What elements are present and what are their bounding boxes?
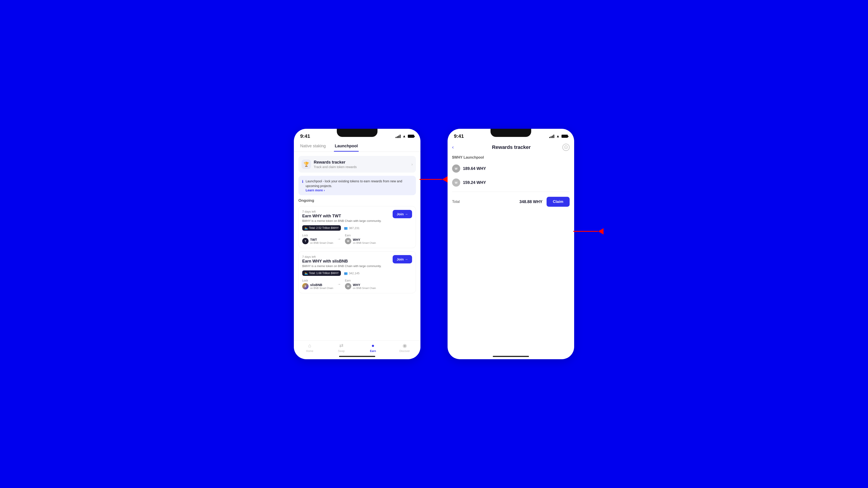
reward-row-1: W 189.64 WHY bbox=[452, 163, 569, 174]
pool-card-2-header: 7 days left Earn WHY with slisBNB $WHY i… bbox=[302, 255, 412, 268]
pool-1-title: Earn WHY with TWT bbox=[302, 214, 381, 219]
pool-1-days: 7 days left bbox=[302, 210, 381, 213]
pool-2-join-button[interactable]: Join → bbox=[393, 255, 412, 263]
claim-button[interactable]: Claim bbox=[547, 197, 569, 207]
phones-wrapper: 9:41 ▲ Native staking bbox=[294, 129, 574, 359]
pool-1-badge: 🏊 Total: 2.52 Trillion $WHY bbox=[302, 225, 341, 231]
total-amount: 348.88 WHY bbox=[520, 199, 542, 204]
signal-icon-2 bbox=[549, 134, 554, 138]
status-time-2: 9:41 bbox=[454, 133, 464, 139]
nav-discover[interactable]: ◉ Discover bbox=[389, 343, 421, 353]
ongoing-label: Ongoing bbox=[298, 198, 416, 203]
phone1-content: Native staking Launchpool 🏆 Rewards bbox=[294, 140, 421, 359]
nav-earn-label: Earn bbox=[370, 350, 376, 353]
rewards-card-text: Rewards tracker Track and claim token re… bbox=[314, 160, 409, 169]
earn-nav-icon: ● bbox=[371, 343, 374, 349]
slisbnb-icon: S bbox=[302, 283, 309, 289]
phone1: 9:41 ▲ Native staking bbox=[294, 129, 421, 359]
info-button[interactable]: ⓘ bbox=[562, 144, 569, 151]
pool-1-join-button[interactable]: Join → bbox=[393, 210, 412, 218]
bottom-nav: ⌂ Home ⇄ Swap ● Earn ◉ Discover bbox=[294, 340, 421, 355]
wifi-icon: ▲ bbox=[402, 134, 406, 138]
pool-card-1: 7 days left Earn WHY with TWT $WHY is a … bbox=[298, 206, 416, 248]
pool-2-tokens: Lock S slisBNB on BNB Smart Chain → bbox=[302, 279, 412, 289]
phone1-wrapper: 9:41 ▲ Native staking bbox=[294, 129, 421, 359]
twt-icon: T bbox=[302, 238, 309, 244]
reward-row-2: W 159.24 WHY bbox=[452, 177, 569, 188]
nav-earn[interactable]: ● Earn bbox=[357, 343, 389, 353]
rewards-card-title: Rewards tracker bbox=[314, 160, 409, 165]
phone2: 9:41 ▲ ‹ Rewards tracker ⓘ bbox=[447, 129, 574, 359]
discover-nav-icon: ◉ bbox=[403, 343, 407, 349]
why-slis-icon: W bbox=[345, 283, 351, 289]
back-button[interactable]: ‹ bbox=[452, 144, 460, 150]
pool-2-participants: 👥 342,145 bbox=[344, 271, 360, 275]
battery-icon-2 bbox=[561, 135, 568, 138]
total-label: Total bbox=[452, 200, 460, 204]
signal-icon bbox=[396, 134, 401, 138]
nav-swap[interactable]: ⇄ Swap bbox=[326, 343, 357, 353]
why-twt-icon: W bbox=[345, 238, 351, 244]
pool-1-desc: $WHY is a meme token on BNB Chain with l… bbox=[302, 219, 381, 223]
home-nav-icon: ⌂ bbox=[308, 343, 311, 349]
pool-2-badge: 🏊 Total: 1.68 Trillion $WHY bbox=[302, 270, 341, 276]
detail-scroll: $WHY Launchpool W 189.64 WHY W 159.24 WH… bbox=[447, 153, 574, 355]
reward-amount-1: 189.64 WHY bbox=[463, 166, 486, 171]
wifi-icon-2: ▲ bbox=[556, 134, 560, 138]
status-icons-1: ▲ bbox=[396, 134, 414, 138]
status-time-1: 9:41 bbox=[300, 133, 310, 139]
divider bbox=[452, 192, 569, 192]
nav-discover-label: Discover bbox=[399, 350, 410, 353]
nav-home[interactable]: ⌂ Home bbox=[294, 343, 326, 353]
rewards-tracker-card[interactable]: 🏆 Rewards tracker Track and claim token … bbox=[298, 156, 416, 173]
tab-bar: Native staking Launchpool bbox=[294, 140, 421, 152]
detail-header: ‹ Rewards tracker ⓘ bbox=[447, 140, 574, 153]
chevron-right-icon: › bbox=[411, 162, 413, 167]
home-indicator-1 bbox=[339, 356, 375, 357]
tab-launchpool[interactable]: Launchpool bbox=[334, 140, 359, 152]
pool-1-stats: 🏊 Total: 2.52 Trillion $WHY 👥 387,231 bbox=[302, 225, 412, 231]
arrow-right-icon-2: → bbox=[337, 282, 341, 286]
info-icon: ℹ bbox=[302, 180, 303, 184]
pool-1-participants: 👥 387,231 bbox=[344, 226, 360, 230]
phone2-wrapper: 9:41 ▲ ‹ Rewards tracker ⓘ bbox=[447, 129, 574, 359]
battery-icon bbox=[408, 135, 414, 138]
rewards-card-icon: 🏆 bbox=[302, 160, 311, 169]
red-arrow-2 bbox=[573, 228, 603, 234]
section-title: $WHY Launchpool bbox=[452, 156, 569, 160]
pool-2-title: Earn WHY with slisBNB bbox=[302, 259, 381, 264]
red-arrow-1 bbox=[420, 176, 447, 183]
pool-card-2: 7 days left Earn WHY with slisBNB $WHY i… bbox=[298, 251, 416, 293]
pool-2-days: 7 days left bbox=[302, 255, 381, 258]
notch bbox=[337, 129, 377, 137]
tab-native-staking[interactable]: Native staking bbox=[299, 140, 327, 152]
info-banner: ℹ Launchpool - lock your existing tokens… bbox=[298, 176, 416, 195]
total-row: Total 348.88 WHY Claim bbox=[452, 195, 569, 208]
nav-swap-label: Swap bbox=[338, 350, 345, 353]
reward-coin-1: W bbox=[452, 164, 460, 173]
pool-card-1-header: 7 days left Earn WHY with TWT $WHY is a … bbox=[302, 210, 412, 223]
status-icons-2: ▲ bbox=[549, 134, 568, 138]
pool-2-desc: $WHY is a meme token on BNB Chain with l… bbox=[302, 264, 381, 268]
pool-2-stats: 🏊 Total: 1.68 Trillion $WHY 👥 342,145 bbox=[302, 270, 412, 276]
rewards-card-subtitle: Track and claim token rewards bbox=[314, 165, 409, 169]
learn-more-link[interactable]: Learn more › bbox=[306, 188, 412, 192]
info-banner-text: Launchpool - lock your existing tokens t… bbox=[306, 180, 402, 188]
arrow-right-icon: → bbox=[337, 237, 341, 241]
notch-2 bbox=[491, 129, 531, 137]
swap-nav-icon: ⇄ bbox=[339, 343, 343, 349]
detail-title: Rewards tracker bbox=[492, 144, 530, 150]
reward-amount-2: 159.24 WHY bbox=[463, 180, 486, 185]
reward-coin-2: W bbox=[452, 178, 460, 187]
home-indicator-2 bbox=[493, 356, 529, 357]
nav-home-label: Home bbox=[306, 350, 313, 353]
main-scroll: 🏆 Rewards tracker Track and claim token … bbox=[294, 152, 421, 340]
pool-1-tokens: Lock T TWT on BNB Smart Chain → bbox=[302, 234, 412, 244]
